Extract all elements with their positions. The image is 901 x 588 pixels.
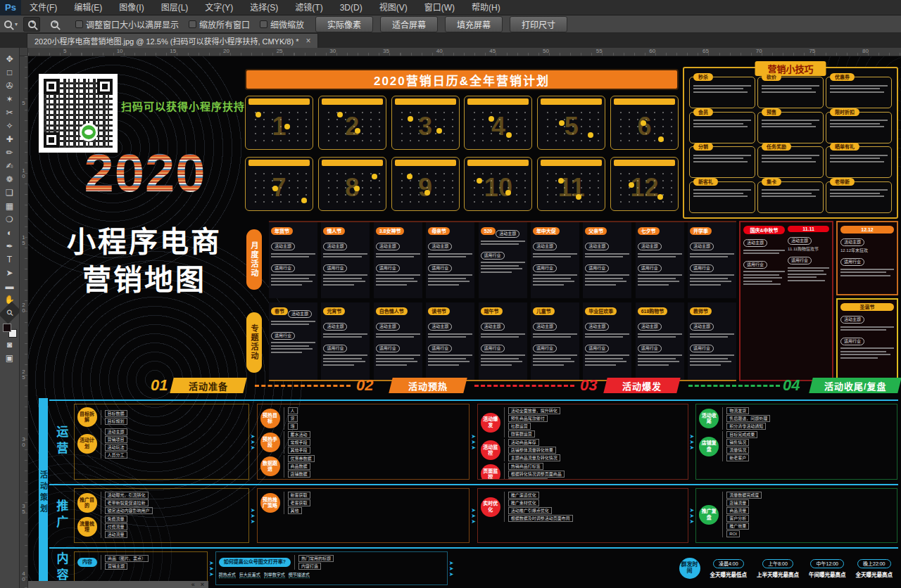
calendar-highlight-dot	[424, 190, 430, 196]
options-button[interactable]: 填充屏幕	[445, 16, 503, 32]
brush-tool[interactable]: ✏	[1, 146, 19, 159]
menu-item[interactable]: 编辑(E)	[65, 0, 111, 15]
activity-column: 读书节活动主题适用行业	[426, 302, 474, 380]
healing-brush-tool[interactable]: ✚	[1, 132, 19, 146]
text-line	[762, 126, 816, 127]
blur-tool[interactable]: ❍	[1, 212, 19, 226]
dodge-tool[interactable]: ◐	[1, 226, 19, 239]
row-label-promotion: 推广	[49, 485, 73, 546]
menu-item[interactable]: 图层(L)	[153, 0, 197, 15]
calendar-highlight-dot	[372, 174, 377, 179]
option-checkbox[interactable]: 细微缩放	[260, 18, 304, 30]
menu-item[interactable]: 视图(V)	[371, 0, 416, 15]
text-line	[788, 270, 824, 271]
path-selection-tool[interactable]: ➤	[1, 266, 19, 279]
gradient-tool[interactable]: ▦	[1, 199, 19, 212]
chevron-down-icon[interactable]: ▾	[15, 21, 18, 27]
text-line	[690, 354, 734, 356]
activity-column: 端午节活动主题适用行业	[479, 302, 527, 380]
marquee-tool[interactable]: □	[1, 65, 19, 79]
zoom-in-toggle[interactable]: +	[23, 17, 40, 32]
crop-tool[interactable]: ✂	[1, 106, 19, 119]
text-lines	[840, 269, 894, 276]
calendar-month-card: 3	[391, 96, 460, 150]
mindmap-item: 流量数据完成度	[726, 492, 762, 499]
close-icon[interactable]: ×	[305, 36, 310, 46]
mindmap-node: 目标拆解	[77, 407, 97, 427]
industry-tag: 适用行业	[271, 264, 295, 272]
text-lines	[762, 85, 819, 93]
color-swatches[interactable]	[3, 324, 17, 338]
phase-ribbon: 活动预热	[389, 378, 467, 393]
menu-item[interactable]: 图像(I)	[111, 0, 152, 15]
menu-item[interactable]: 滤镜(T)	[286, 0, 331, 15]
mindmap-items: 物流发货售后跟进，问题处理积分清零活动通知	[722, 407, 894, 430]
mindmap-items: 商品（图片、卖点）营销主题	[101, 555, 204, 570]
mindmap-node: 预热推广策略	[260, 493, 280, 513]
activity-pill: 七夕节	[638, 227, 660, 235]
canvas-status-strip[interactable]: « ×	[28, 581, 208, 588]
calendar-month-card: 10	[464, 157, 532, 211]
calendar-month-number: 2	[319, 103, 386, 149]
type-tool[interactable]: T	[1, 253, 19, 266]
marketing-tip-label: 任务奖励	[762, 143, 791, 151]
document-canvas[interactable]: 扫码可以获得小程序扶持 2020 小程序电商 营销地图 2020营销日历&全年营…	[28, 56, 901, 588]
text-line	[376, 274, 420, 276]
text-line	[585, 256, 623, 257]
activity-column: 七夕节活动主题适用行业	[636, 222, 684, 298]
move-tool[interactable]: ✥	[1, 52, 19, 65]
menu-item[interactable]: 文字(Y)	[196, 0, 241, 15]
option-checkbox[interactable]: 缩放所有窗口	[189, 18, 250, 30]
shape-tool[interactable]: ▬	[1, 279, 19, 293]
text-lines	[762, 155, 819, 162]
menu-item[interactable]: 文件(F)	[21, 0, 65, 15]
quick-mask-icon[interactable]: ◙	[1, 338, 19, 351]
activity-pill: 年中大促	[533, 227, 560, 235]
eraser-tool[interactable]: ❏	[1, 186, 19, 199]
menu-item[interactable]: 选择(S)	[241, 0, 286, 15]
operations-col-prepare: 目标拆解目标数据目标规划活动计划活动主题营销项目活动玩法人员分工	[74, 404, 249, 480]
mindmap-cluster: 内容商品（图片、卖点）营销主题	[77, 555, 204, 570]
menu-item[interactable]: 3D(D)	[332, 0, 371, 15]
mindmap-cluster: 推广复盘流量数据完成度店铺流量商品流量客户分析推广效果ROI	[699, 492, 894, 537]
document-tab[interactable]: 2020小程序电商营销地图.jpg @ 12.5% (扫码可以获得小程序扶持, …	[27, 33, 318, 48]
foreground-color-swatch[interactable]	[3, 324, 11, 332]
close-icon[interactable]: ×	[201, 582, 204, 588]
text-line	[762, 155, 819, 156]
text-line	[840, 271, 886, 273]
text-line	[323, 274, 367, 276]
clone-stamp-tool[interactable]: ✍	[1, 159, 19, 172]
pen-tool[interactable]: ✒	[1, 239, 19, 253]
screen-mode-icon[interactable]: ▣	[1, 351, 19, 364]
text-line	[693, 123, 743, 124]
history-brush-tool[interactable]: ❁	[1, 172, 19, 186]
lasso-tool[interactable]: ✇	[1, 79, 19, 92]
text-lines	[690, 253, 734, 258]
mindmap-item: 新老客户	[726, 454, 749, 461]
eyedropper-tool[interactable]: ✧	[1, 119, 19, 132]
text-line	[271, 342, 315, 343]
checkbox-box[interactable]	[189, 20, 196, 28]
mindmap-item: 优惠券数据	[288, 455, 315, 462]
collapse-icon[interactable]: «	[191, 582, 195, 588]
send-time-item: 中午12:00午间曝光最高点	[809, 559, 846, 578]
text-line	[585, 333, 629, 335]
zoom-out-toggle[interactable]: −	[46, 17, 63, 32]
options-button[interactable]: 实际像素	[315, 16, 373, 32]
menu-item[interactable]: 帮助(H)	[463, 0, 509, 15]
mindmap-item: 活动主题	[105, 428, 127, 435]
mindmap-item: 物流发货	[726, 407, 749, 414]
option-checkbox[interactable]: 调整窗口大小以满屏显示	[75, 18, 179, 30]
theme-tag: 活动主题	[840, 316, 864, 324]
checkbox-box[interactable]	[260, 20, 267, 28]
text-line	[481, 336, 519, 338]
marketing-tip-label: 优惠券	[830, 73, 855, 81]
mindmap-items: 热门常用的标题内容打造	[294, 555, 444, 570]
options-button[interactable]: 打印尺寸	[510, 16, 567, 32]
magic-wand-tool[interactable]: ✶	[1, 92, 19, 106]
industry-tag: 适用行业	[323, 345, 347, 352]
options-button[interactable]: 适合屏幕	[380, 16, 438, 32]
mindmap-node: 推广复盘	[699, 505, 719, 525]
checkbox-box[interactable]	[75, 20, 83, 28]
menu-item[interactable]: 窗口(W)	[416, 0, 463, 15]
